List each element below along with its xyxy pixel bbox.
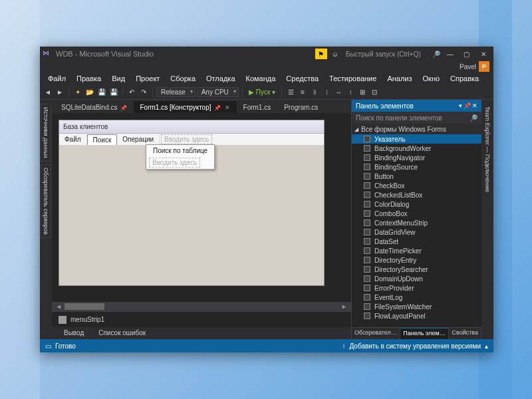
pin-icon[interactable]: 📌: [214, 105, 221, 111]
toolbox-header[interactable]: Панель элементов ▾ 📌 ✕: [352, 100, 481, 112]
menu-тестирование[interactable]: Тестирование: [324, 73, 382, 84]
scrollbar-thumb[interactable]: [65, 303, 104, 310]
bottom-tab[interactable]: Вывод: [57, 328, 90, 339]
toolbox-item[interactable]: FlowLayoutPanel: [352, 311, 481, 321]
toolbox-item[interactable]: BindingSource: [352, 162, 481, 172]
toolbox-search-input[interactable]: Поиск по панели элементов 🔎: [352, 112, 481, 124]
align3-icon[interactable]: ↔: [333, 87, 344, 98]
form-menu-item[interactable]: Файл: [59, 134, 87, 144]
doc-tab[interactable]: Form1.cs [Конструктор]📌✕: [134, 101, 237, 113]
user-name[interactable]: Pavel: [460, 63, 476, 70]
align2-icon[interactable]: ⫶: [321, 87, 332, 98]
toolbox-group-header[interactable]: ◢ Все формы Windows Forms: [352, 124, 481, 134]
align5-icon[interactable]: ⊞: [357, 87, 368, 98]
toolbox-item[interactable]: DomainUpDown: [352, 274, 481, 283]
toolbox-item[interactable]: DirectorySearcher: [352, 265, 481, 274]
align4-icon[interactable]: ↕: [345, 87, 356, 98]
toolbox-item[interactable]: FileSystemWatcher: [352, 302, 481, 311]
align-icon[interactable]: ⫴: [309, 87, 320, 98]
platform-combo[interactable]: Any CPU: [197, 87, 239, 97]
form-menu-item[interactable]: Поиск: [87, 134, 118, 145]
close-button[interactable]: ✕: [476, 49, 491, 59]
save-icon[interactable]: 💾: [96, 87, 107, 98]
menu-средства[interactable]: Средства: [281, 73, 324, 84]
designer-surface[interactable]: База клиентов ФайлПоискОперацииВводить з…: [52, 113, 351, 302]
close-tab-icon[interactable]: ✕: [225, 104, 230, 111]
toolbox-item[interactable]: ErrorProvider: [352, 283, 481, 293]
menu-справка[interactable]: Справка: [445, 73, 484, 84]
right-bottom-tab[interactable]: Свойства: [449, 328, 481, 339]
left-rail-tab[interactable]: Источники данных: [41, 104, 51, 162]
align-left-icon[interactable]: ☰: [285, 87, 296, 98]
nav-fwd-icon[interactable]: ►: [55, 87, 65, 98]
toolbox-item-icon: [364, 219, 370, 226]
dropdown-ghost-input[interactable]: Вводить здесь: [149, 158, 200, 168]
toolbox-item[interactable]: BindingNavigator: [352, 153, 481, 162]
bottom-tab[interactable]: Список ошибок: [92, 328, 152, 339]
doc-tab[interactable]: Program.cs: [277, 101, 325, 113]
toolbox-item[interactable]: CheckBox: [352, 181, 481, 190]
toolbox-item[interactable]: CheckedListBox: [352, 190, 481, 200]
vcs-status[interactable]: Добавить в систему управления версиями: [349, 342, 481, 350]
quick-launch-input[interactable]: Быстрый запуск (Ctrl+Q): [346, 51, 426, 58]
form-menu-ghost-input[interactable]: Вводить здесь: [161, 134, 212, 144]
feedback-icon[interactable]: ☺: [329, 49, 341, 59]
menu-вид[interactable]: Вид: [106, 73, 130, 84]
right-bottom-tab[interactable]: Обозреватель р...: [352, 328, 400, 339]
menu-окно[interactable]: Окно: [418, 73, 446, 84]
toolbox-item[interactable]: DataGridView: [352, 227, 481, 237]
toolbox-item[interactable]: ContextMenuStrip: [352, 218, 481, 227]
nav-back-icon[interactable]: ◄: [43, 87, 53, 98]
form-designer-window[interactable]: База клиентов ФайлПоискОперацииВводить з…: [59, 120, 325, 286]
minimize-button[interactable]: —: [443, 49, 458, 59]
toolbox-item[interactable]: ComboBox: [352, 209, 481, 218]
component-tray[interactable]: menuStrip1: [52, 311, 351, 327]
start-button[interactable]: ▶ Пуск ▾: [246, 88, 278, 96]
toolbox-item[interactable]: Button: [352, 172, 481, 181]
save-all-icon[interactable]: 💾: [108, 87, 119, 98]
team-explorer-tab[interactable]: Team Explorer — Подключение: [483, 104, 492, 195]
tray-item[interactable]: menuStrip1: [70, 316, 104, 323]
toolbox-item[interactable]: Указатель: [352, 134, 481, 144]
maximize-button[interactable]: ▢: [460, 49, 474, 59]
align-center-icon[interactable]: ≡: [297, 87, 308, 98]
notifications-flag-icon[interactable]: ⚑: [315, 49, 327, 59]
align6-icon[interactable]: ⊡: [369, 87, 380, 98]
toolbox-item[interactable]: DataSet: [352, 237, 481, 246]
undo-icon[interactable]: ↶: [126, 87, 137, 98]
redo-icon[interactable]: ↷: [138, 87, 149, 98]
toolbox-item[interactable]: DirectoryEntry: [352, 255, 481, 265]
dropdown-item[interactable]: Поиск по таблице: [146, 145, 214, 156]
menu-команда[interactable]: Команда: [241, 73, 281, 84]
panel-pin-icon[interactable]: 📌: [464, 102, 471, 109]
right-bottom-tab[interactable]: Панель элемент...: [400, 328, 449, 339]
pin-icon[interactable]: 📌: [120, 105, 127, 111]
panel-dropdown-icon[interactable]: ▾: [459, 102, 462, 109]
scroll-left-icon[interactable]: ◄: [53, 303, 65, 310]
menu-dropdown[interactable]: Поиск по таблице Вводить здесь: [146, 144, 215, 170]
left-rail-tab[interactable]: Обозреватель серверов: [41, 164, 51, 238]
menu-проект[interactable]: Проект: [130, 73, 165, 84]
open-icon[interactable]: 📂: [84, 87, 95, 98]
search-icon[interactable]: 🔎: [430, 49, 442, 59]
menu-отладка[interactable]: Отладка: [201, 73, 240, 84]
vcs-add-icon[interactable]: ↑: [342, 342, 345, 350]
form-menu-item[interactable]: Операции: [117, 134, 160, 144]
menu-сборка[interactable]: Сборка: [165, 73, 201, 84]
vcs-arrow-icon[interactable]: ▴: [485, 342, 488, 350]
new-project-icon[interactable]: ✦: [72, 87, 83, 98]
horizontal-scrollbar[interactable]: ◄ ►: [52, 302, 351, 311]
toolbox-item[interactable]: ColorDialog: [352, 200, 481, 209]
config-combo[interactable]: Release: [156, 87, 196, 97]
menu-правка[interactable]: Правка: [71, 73, 106, 84]
toolbox-item[interactable]: BackgroundWorker: [352, 144, 481, 153]
menu-анализ[interactable]: Анализ: [382, 73, 417, 84]
menu-файл[interactable]: Файл: [43, 73, 71, 84]
toolbox-item[interactable]: DateTimePicker: [352, 246, 481, 255]
avatar[interactable]: P: [479, 61, 489, 72]
panel-close-icon[interactable]: ✕: [472, 102, 477, 109]
doc-tab[interactable]: SQLiteDataBind.cs📌: [55, 101, 134, 113]
toolbox-item[interactable]: EventLog: [352, 293, 481, 302]
doc-tab[interactable]: Form1.cs: [237, 101, 278, 113]
scroll-right-icon[interactable]: ►: [338, 303, 350, 310]
